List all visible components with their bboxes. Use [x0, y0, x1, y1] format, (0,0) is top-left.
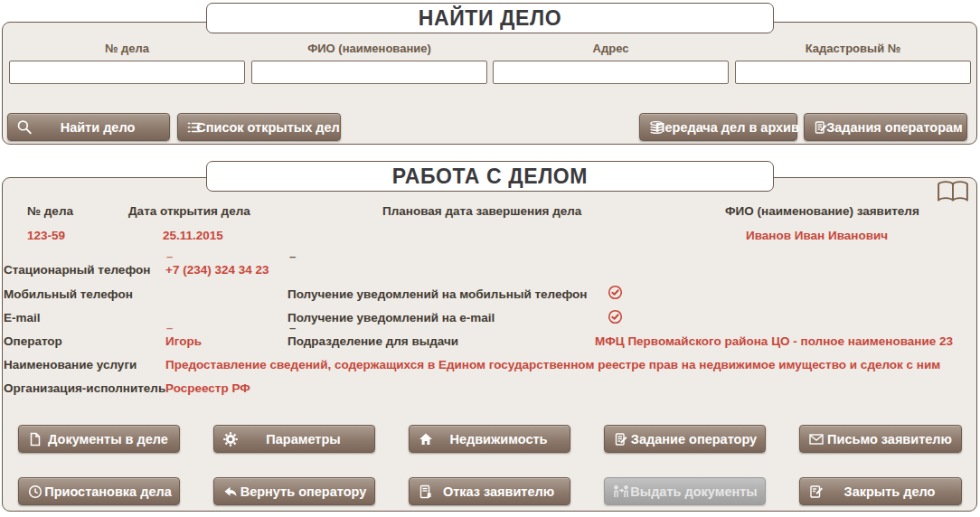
fio-search-input[interactable] [251, 61, 487, 84]
return-to-operator-button-label: Вернуть оператору [222, 484, 367, 499]
parameters-button-label: Параметры [248, 432, 340, 446]
empty-value-dash: – [289, 249, 296, 263]
applicant-letter-button[interactable]: Письмо заявителю [799, 425, 962, 453]
clipboard-x-icon [418, 484, 434, 500]
operator-value: Игорь [165, 334, 202, 348]
open-cases-list-button[interactable]: Список открытых дел [177, 113, 341, 141]
empty-value-dash: – [289, 321, 296, 334]
case-documents-button-label: Документы в деле [30, 432, 168, 446]
applicant-letter-button-label: Письмо заявителю [809, 432, 952, 446]
issue-office-label: Подразделение для выдачи [287, 334, 458, 348]
handover-icon [613, 484, 629, 500]
case-number-label: № дела [27, 204, 73, 218]
operator-tasks-button[interactable]: Задания операторам [804, 113, 967, 141]
issue-office-value: МФЦ Первомайского района ЦО - полное наи… [595, 334, 953, 348]
planned-end-date-label: Плановая дата завершения дела [382, 204, 581, 218]
clock-icon [27, 484, 43, 500]
open-book-icon [937, 179, 969, 204]
clipboard-pencil-icon [613, 431, 629, 447]
return-arrow-icon [222, 484, 239, 500]
close-case-button[interactable]: Закрыть дело [799, 477, 962, 505]
operator-label: Оператор [4, 334, 62, 348]
operator-tasks-button-label: Задания операторам [808, 120, 963, 135]
landline-value: +7 (234) 324 34 23 [165, 263, 269, 277]
numbered-list-icon [186, 119, 203, 136]
document-icon [27, 431, 43, 447]
empty-value-dash: – [166, 321, 173, 334]
document-pen-icon [808, 484, 825, 500]
email-label: E-mail [4, 311, 41, 324]
case-number-search-label: № дела [9, 42, 245, 55]
find-case-button-label: Найти дело [42, 120, 136, 135]
find-case-button[interactable]: Найти дело [7, 113, 170, 141]
parameters-button[interactable]: Параметры [213, 425, 375, 453]
fio-search-label: ФИО (наименование) [251, 42, 487, 55]
mobile-notify-label: Получение уведомлений на мобильный телеф… [287, 287, 588, 301]
work-case-title: РАБОТА С ДЕЛОМ [392, 164, 588, 189]
suspend-case-button-label: Приостановка дела [26, 484, 172, 499]
search-icon [16, 118, 33, 136]
empty-value-dash: – [166, 249, 173, 263]
find-case-title: НАЙТИ ДЕЛО [419, 6, 561, 31]
cadastral-search-input[interactable] [735, 61, 971, 84]
find-case-header: НАЙТИ ДЕЛО [206, 3, 774, 33]
archive-transfer-button[interactable]: Передача дел в архив [639, 113, 797, 141]
operator-task-button[interactable]: Задание оператору [604, 425, 766, 453]
case-number-search-input[interactable] [9, 61, 245, 84]
issue-documents-button-label: Выдать документы [612, 484, 757, 499]
operator-task-button-label: Задание оператору [613, 432, 757, 446]
cadastral-search-label: Кадастровый № [735, 42, 971, 55]
suspend-case-button[interactable]: Приостановка дела [18, 477, 180, 505]
open-date-label: Дата открытия дела [128, 204, 250, 218]
address-search-label: Адрес [493, 42, 729, 55]
address-search-input[interactable] [493, 61, 729, 84]
open-cases-list-button-label: Список открытых дел [178, 120, 340, 135]
open-date-value: 25.11.2015 [163, 229, 223, 242]
gear-icon [222, 431, 239, 447]
case-management-app: НАЙТИ ДЕЛО № дела ФИО (наименование) Адр… [0, 0, 980, 517]
work-case-header: РАБОТА С ДЕЛОМ [206, 161, 774, 192]
return-to-operator-button[interactable]: Вернуть оператору [213, 477, 375, 505]
envelope-icon [808, 431, 825, 447]
service-name-label: Наименование услуги [4, 358, 137, 371]
issue-documents-button[interactable]: Выдать документы [604, 477, 766, 505]
refuse-applicant-button[interactable]: Отказ заявителю [409, 477, 570, 505]
email-notify-label: Получение уведомлений на e-mail [287, 311, 495, 324]
case-journal-button[interactable] [937, 179, 969, 204]
home-icon [418, 431, 434, 447]
service-name-value: Предоставление сведений, содержащихся в … [165, 358, 940, 371]
landline-label: Стационарный телефон [4, 263, 150, 277]
mobile-notify-check-icon[interactable] [608, 285, 623, 300]
executor-org-label: Организация-исполнитель [4, 381, 165, 395]
case-documents-button[interactable]: Документы в деле [18, 425, 180, 453]
applicant-value: Иванов Иван Иванович [746, 229, 888, 242]
archive-layers-icon [648, 119, 664, 136]
applicant-label: ФИО (наименование) заявителя [725, 204, 919, 218]
real-estate-button-label: Недвижимость [431, 432, 547, 446]
clipboard-pencil-icon [813, 119, 829, 136]
mobile-label: Мобильный телефон [4, 287, 133, 301]
close-case-button-label: Закрыть дело [826, 484, 936, 499]
executor-org-value: Росреестр РФ [165, 381, 250, 395]
real-estate-button[interactable]: Недвижимость [409, 425, 570, 453]
case-number-value: 123-59 [27, 229, 65, 242]
refuse-applicant-button-label: Отказ заявителю [425, 484, 554, 499]
email-notify-check-icon[interactable] [608, 309, 623, 324]
